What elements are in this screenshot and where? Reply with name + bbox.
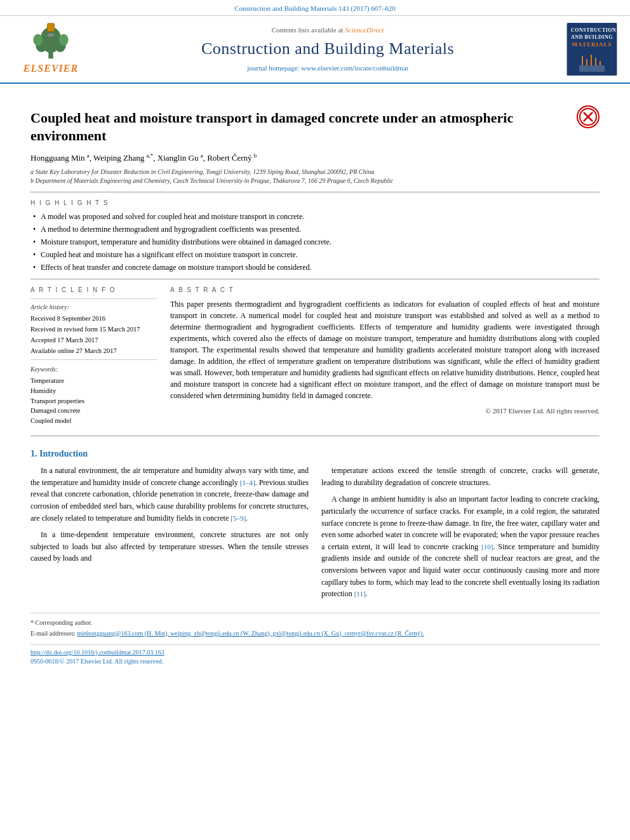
authors: Hongguang Min a, Weiping Zhang a,*, Xian…	[30, 152, 600, 164]
keyword-3: Transport properties	[30, 397, 158, 406]
copyright: © 2017 Elsevier Ltd. All rights reserved…	[170, 406, 600, 416]
journal-logo: Construction and Building MATERIALS	[566, 24, 617, 75]
elsevier-brand: ELSEVIER	[23, 62, 78, 76]
affiliations: a State Key Laboratory for Disaster Redu…	[30, 168, 600, 185]
keyword-4: Damaged concrete	[30, 406, 158, 416]
intro-para-2: In a time-dependent temperature environm…	[30, 529, 309, 564]
header-center: Contents lists available at ScienceDirec…	[89, 25, 566, 74]
highlight-item: Moisture transport, temperature and humi…	[33, 237, 600, 248]
article-info-col: A R T I C L E I N F O Article history: R…	[30, 286, 158, 426]
highlight-item: Coupled heat and moisture has a signific…	[33, 250, 600, 260]
intro-two-col: In a natural environment, the air temper…	[30, 465, 600, 605]
logo-line3: MATERIALS	[571, 41, 613, 49]
ref-1-4: [1–4]	[240, 479, 255, 486]
sciencedirect-line: Contents lists available at ScienceDirec…	[102, 25, 554, 35]
issn-text: 0950-0618/© 2017 Elsevier Ltd. All right…	[30, 658, 163, 665]
citation-bar: Construction and Building Materials 143 …	[0, 0, 630, 16]
intro-heading: 1. Introduction	[30, 448, 600, 460]
ref-11: [11]	[354, 590, 366, 597]
logo-line1: Construction	[571, 27, 613, 34]
keyword-5: Coupled model	[30, 417, 158, 426]
logo-line2: and Building	[571, 34, 613, 41]
email-note: E-mail addresses: minhongguang@163.com (…	[30, 629, 600, 638]
intro-right-col: temperature actions exceed the tensile s…	[321, 465, 600, 605]
journal-homepage: journal homepage: www.elsevier.com/locat…	[102, 63, 554, 73]
accepted-date: Accepted 17 March 2017	[30, 336, 158, 345]
email-label: E-mail addresses:	[30, 630, 76, 637]
email-addresses[interactable]: minhongguang@163.com (H. Min), weiping_z…	[77, 630, 424, 637]
history-label: Article history:	[30, 303, 158, 312]
elsevier-tree-icon	[25, 22, 76, 60]
footnotes: * Corresponding author. E-mail addresses…	[30, 613, 600, 638]
highlights-list: A model was proposed and solved for coup…	[33, 211, 600, 272]
highlight-item: A method to determine thermogradient and…	[33, 224, 600, 235]
revised-date: Received in revised form 15 March 2017	[30, 325, 158, 335]
journal-title: Construction and Building Materials	[102, 37, 554, 60]
sciencedirect-link[interactable]: ScienceDirect	[345, 26, 384, 34]
journal-header: ELSEVIER Contents lists available at Sci…	[0, 16, 630, 83]
abstract-label: A B S T R A C T	[170, 286, 600, 295]
corresponding-note: * Corresponding author.	[30, 618, 600, 627]
svg-point-4	[33, 34, 43, 46]
doi-link[interactable]: http://dx.doi.org/10.1016/j.conbuildmat.…	[30, 649, 164, 656]
available-date: Available online 27 March 2017	[30, 347, 158, 356]
crossmark-icon	[577, 105, 600, 128]
highlight-item: Effects of heat transfer and concrete da…	[33, 262, 600, 273]
divider-1	[30, 192, 600, 192]
elsevier-logo: ELSEVIER	[13, 22, 89, 76]
divider-2	[30, 279, 600, 279]
affiliation-a: a State Key Laboratory for Disaster Redu…	[30, 168, 600, 177]
introduction-section: 1. Introduction In a natural environment…	[30, 448, 600, 605]
article-title: Coupled heat and moisture transport in d…	[30, 109, 561, 145]
highlights-label: H I G H L I G H T S	[30, 199, 600, 208]
svg-point-5	[59, 34, 69, 46]
highlights-section: H I G H L I G H T S A model was proposed…	[30, 199, 600, 272]
keyword-1: Temperature	[30, 377, 158, 386]
divider-3	[30, 436, 600, 436]
ref-10: [10]	[481, 543, 493, 550]
intro-para-1: In a natural environment, the air temper…	[30, 465, 309, 524]
paper-body: Coupled heat and moisture transport in d…	[0, 84, 630, 679]
svg-point-8	[47, 34, 54, 37]
abstract-text: This paper presents thermogradient and h…	[170, 298, 600, 401]
svg-rect-6	[47, 23, 54, 32]
article-info-label: A R T I C L E I N F O	[30, 286, 158, 295]
doi-bar: http://dx.doi.org/10.1016/j.conbuildmat.…	[30, 644, 600, 666]
intro-para-3: temperature actions exceed the tensile s…	[321, 465, 600, 488]
highlight-item: A model was proposed and solved for coup…	[33, 211, 600, 222]
keyword-2: Humidity	[30, 387, 158, 396]
intro-para-4: A change in ambient humidity is also an …	[321, 493, 600, 599]
citation-text: Construction and Building Materials 143 …	[234, 4, 396, 12]
info-abstract-section: A R T I C L E I N F O Article history: R…	[30, 286, 600, 426]
affiliation-b: b Department of Materials Engineering an…	[30, 177, 600, 185]
svg-rect-9	[579, 65, 605, 72]
received-date: Received 8 September 2016	[30, 314, 158, 324]
abstract-col: A B S T R A C T This paper presents ther…	[170, 286, 600, 426]
intro-left-col: In a natural environment, the air temper…	[30, 465, 309, 605]
ref-5-9: [5–9]	[231, 514, 246, 522]
keywords-label: Keywords:	[30, 365, 158, 374]
